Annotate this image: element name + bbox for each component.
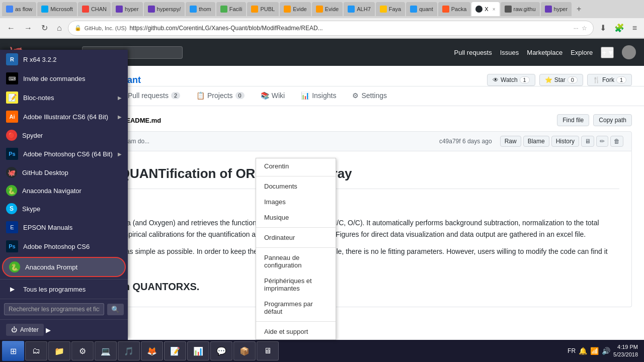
nav-explore[interactable]: Explore	[571, 49, 593, 56]
tab-settings[interactable]: ⚙ Settings	[344, 86, 395, 106]
start-item-spyder[interactable]: 🔴 Spyder	[0, 126, 128, 144]
taskbar-firefox[interactable]: 🦊	[141, 341, 163, 360]
taskbar-excel[interactable]: 📊	[187, 341, 209, 360]
tab-insights[interactable]: 📊 Insights	[293, 86, 344, 106]
start-item-ps-cs6[interactable]: Ps Adobe Photoshop CS6	[0, 237, 128, 256]
start-item-anaconda-nav[interactable]: 🐍 Anaconda Navigator	[0, 182, 128, 200]
home-button[interactable]: ⌂	[54, 22, 65, 35]
tab-asflow[interactable]: as flow	[2, 2, 36, 16]
download-icon[interactable]: ⬇	[597, 21, 609, 35]
shutdown-button[interactable]: ⏻ Arrêter	[6, 324, 44, 336]
tab-microsoft[interactable]: Microsoft	[37, 2, 77, 16]
start-item-bloc-label: Bloc-notes	[23, 94, 113, 102]
start-item-github-label: GitHub Desktop	[22, 169, 122, 176]
photoshop-cs6-icon: Ps	[6, 240, 18, 252]
shutdown-arrow-icon[interactable]: ▶	[46, 326, 51, 334]
nav-pull-requests[interactable]: Pull requests	[454, 49, 492, 56]
blame-button[interactable]: Blame	[523, 136, 549, 147]
start-item-bloc[interactable]: 📝 Bloc-notes ▶	[0, 88, 128, 107]
star-button[interactable]: ⭐ Star 0	[539, 74, 583, 86]
submenu-ordinateur[interactable]: Ordinateur	[256, 230, 336, 245]
tab-packa[interactable]: Packa	[438, 2, 471, 16]
taskbar-music[interactable]: 🎵	[118, 341, 140, 360]
all-programs-icon: ▶	[6, 283, 18, 295]
tab-rawgithub[interactable]: raw.githu	[501, 2, 540, 16]
submenu-separator3	[256, 247, 336, 248]
tab-quant[interactable]: quant	[406, 2, 437, 16]
fork-icon: 🍴	[593, 76, 600, 83]
taskbar-folder[interactable]: 📁	[48, 341, 70, 360]
taskbar-notepad[interactable]: 📝	[164, 341, 186, 360]
tab-thom[interactable]: thom	[186, 2, 215, 16]
fork-button[interactable]: 🍴 Fork 1	[587, 74, 632, 86]
start-item-ai[interactable]: Ai Adobe Illustrator CS6 (64 Bit) ▶	[0, 107, 128, 126]
delete-icon[interactable]: 🗑	[610, 136, 623, 147]
create-new-button[interactable]: + ▾	[601, 47, 614, 58]
extensions-icon[interactable]: 🧩	[611, 21, 627, 35]
history-button[interactable]: History	[551, 136, 579, 147]
submenu-programmes-defaut[interactable]: Programmes par défaut	[256, 296, 336, 319]
start-item-github[interactable]: 🐙 GitHub Desktop	[0, 163, 128, 182]
tab-hyperspy[interactable]: hyperspy/	[144, 2, 185, 16]
submenu-corentin[interactable]: Corentin	[256, 158, 336, 174]
start-item-ps[interactable]: Ps Adobe Photoshop CS6 (64 Bit) ▶	[0, 144, 128, 163]
user-avatar[interactable]	[622, 45, 636, 59]
start-item-cmd[interactable]: ⌨ Invite de commandes	[0, 69, 128, 88]
start-item-epson[interactable]: E EPSON Manuals	[0, 218, 128, 237]
tab-projects[interactable]: 📋 Projects 0	[188, 86, 253, 106]
new-tab-button[interactable]: +	[573, 5, 585, 14]
menu-icon[interactable]: ≡	[629, 21, 640, 35]
copy-path-button[interactable]: Copy path	[593, 114, 632, 126]
skype-icon: S	[6, 203, 17, 214]
tab-faya[interactable]: Faya	[376, 2, 405, 16]
submenu-documents[interactable]: Documents	[256, 178, 336, 194]
insights-icon: 📊	[301, 92, 309, 100]
start-button[interactable]: ⊞	[2, 341, 24, 361]
submenu-musique[interactable]: Musique	[256, 210, 336, 225]
display-icon[interactable]: 🖥	[581, 136, 594, 147]
tab-publ[interactable]: PUBL	[247, 2, 279, 16]
forward-button[interactable]: →	[21, 22, 35, 35]
taskbar-computer[interactable]: 💻	[95, 341, 117, 360]
start-item-ai-label: Adobe Illustrator CS6 (64 Bit)	[23, 113, 113, 121]
repo-actions: 👁 Watch 1 ⭐ Star 0 🍴 Fork 1	[487, 74, 632, 86]
submenu-panneau[interactable]: Panneau de configuration	[256, 250, 336, 273]
find-file-button[interactable]: Find file	[557, 114, 589, 126]
bookmark-icon[interactable]: ☆	[582, 25, 587, 32]
address-bar[interactable]: 🔒 GitHub, Inc. (US) https://github.com/C…	[68, 21, 594, 36]
back-button[interactable]: ←	[4, 22, 18, 35]
tab-facili[interactable]: Facili	[216, 2, 247, 16]
taskbar-chat[interactable]: 💬	[210, 341, 232, 360]
tab-hyper1[interactable]: hyper	[112, 2, 143, 16]
taskbar-settings[interactable]: ⚙	[71, 341, 94, 360]
tab-alh7[interactable]: ALH7	[344, 2, 375, 16]
tab-evide2[interactable]: Evide	[312, 2, 343, 16]
file-toolbar: Raw Blame History 🖥 ✏ 🗑	[500, 136, 623, 147]
projects-icon: 📋	[196, 92, 205, 100]
start-item-anaconda-prompt[interactable]: 🐍 Anaconda Prompt	[2, 257, 126, 277]
taskbar-packages[interactable]: 📦	[233, 341, 256, 360]
tab-chan[interactable]: CHAN	[78, 2, 111, 16]
nav-issues[interactable]: Issues	[500, 49, 519, 56]
tab-wiki[interactable]: 📚 Wiki	[253, 86, 293, 106]
start-item-all-programs[interactable]: ▶ Tous les programmes	[0, 279, 128, 299]
tab-hyper2[interactable]: hyper	[541, 2, 572, 16]
raw-button[interactable]: Raw	[500, 136, 521, 147]
start-item-skype[interactable]: S Skype	[0, 200, 128, 218]
tab-evide1[interactable]: Evide	[280, 2, 311, 16]
watch-button[interactable]: 👁 Watch 1	[487, 74, 535, 86]
taskbar-screen[interactable]: 🖥	[257, 341, 279, 360]
fork-count: 1	[616, 76, 626, 83]
submenu-separator4	[256, 321, 336, 322]
start-item-r[interactable]: R R x64 3.2.2	[0, 50, 128, 69]
submenu-aide[interactable]: Aide et support	[256, 324, 336, 339]
taskbar-explorer[interactable]: 🗂	[25, 341, 47, 360]
tab-github-active[interactable]: X ×	[471, 2, 499, 16]
reload-button[interactable]: ↻	[38, 21, 51, 35]
start-search-button[interactable]: 🔍	[107, 304, 124, 315]
nav-marketplace[interactable]: Marketplace	[527, 49, 562, 56]
submenu-images[interactable]: Images	[256, 194, 336, 210]
edit-icon[interactable]: ✏	[596, 136, 608, 147]
start-search-input[interactable]	[4, 303, 104, 315]
submenu-peripheriques[interactable]: Périphériques et imprimantes	[256, 273, 336, 296]
